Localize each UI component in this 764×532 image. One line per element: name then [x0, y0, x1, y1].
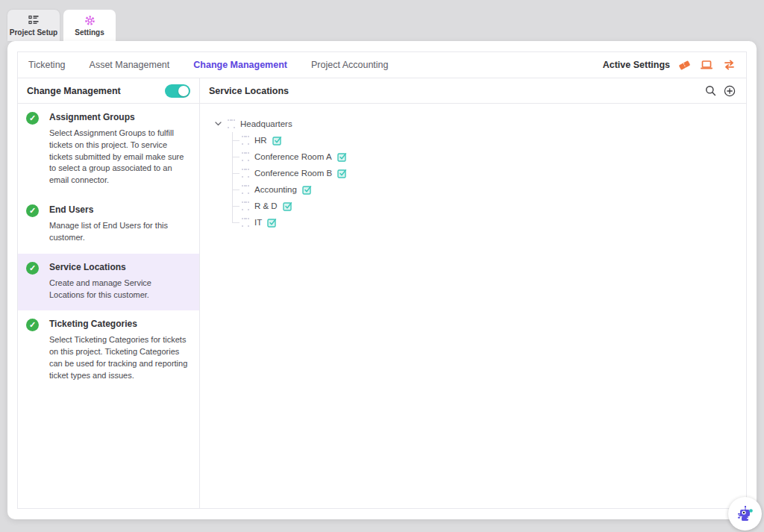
tree-node-it[interactable]: IT — [242, 214, 746, 231]
subtab-change-management[interactable]: Change Management — [193, 60, 287, 70]
tree-node-headquarters[interactable]: Headquarters — [213, 116, 746, 132]
right-panel-title: Service Locations — [209, 86, 289, 96]
add-circle-icon[interactable] — [722, 84, 737, 98]
settings-card: Ticketing Asset Management Change Manage… — [7, 41, 757, 519]
item-title: Service Locations — [49, 262, 189, 272]
chatbot-mascot-button[interactable] — [728, 497, 762, 531]
list-item-end-users[interactable]: ✓ End Users Manage list of End Users for… — [18, 196, 199, 254]
checked-box-icon[interactable] — [302, 185, 312, 195]
tree-node-hr[interactable]: HR — [242, 132, 746, 148]
check-circle-icon: ✓ — [26, 319, 39, 331]
drag-handle-icon[interactable] — [242, 152, 249, 161]
drag-handle-icon[interactable] — [242, 136, 249, 145]
item-description: Create and manage Service Locations for … — [49, 278, 189, 301]
drag-handle-icon[interactable] — [242, 201, 249, 210]
robot-icon — [735, 504, 756, 525]
item-title: End Users — [49, 204, 189, 215]
tab-project-setup[interactable]: Project Setup — [7, 10, 60, 41]
checked-box-icon[interactable] — [337, 169, 347, 178]
tree-node-label: HR — [254, 136, 267, 145]
tree-node-label: Conference Room A — [254, 152, 332, 161]
search-icon[interactable] — [703, 84, 718, 98]
tab-project-setup-label: Project Setup — [10, 28, 57, 37]
tree-node-label: Accounting — [254, 185, 297, 194]
item-title: Ticketing Categories — [49, 319, 189, 329]
gear-icon — [84, 14, 96, 26]
tree-node-r-and-d[interactable]: R & D — [242, 198, 746, 214]
drag-handle-icon[interactable] — [242, 169, 249, 178]
checked-box-icon[interactable] — [272, 136, 282, 145]
drag-handle-icon[interactable] — [242, 218, 249, 227]
list-item-assignment-groups[interactable]: ✓ Assignment Groups Select Assignment Gr… — [18, 104, 199, 196]
subtab-project-accounting[interactable]: Project Accounting — [311, 60, 389, 70]
tree-node-label: Conference Room B — [254, 169, 332, 178]
tree-node-accounting[interactable]: Accounting — [242, 181, 746, 198]
laptop-icon[interactable] — [700, 59, 713, 71]
list-item-service-locations[interactable]: ✓ Service Locations Create and manage Se… — [18, 254, 199, 311]
change-management-toggle[interactable] — [165, 84, 190, 98]
checked-box-icon[interactable] — [337, 152, 347, 162]
subtab-asset-management[interactable]: Asset Management — [90, 60, 170, 70]
left-panel-title: Change Management — [27, 86, 121, 96]
active-settings-label: Active Settings — [603, 60, 670, 70]
item-description: Select Ticketing Categories for tickets … — [49, 334, 189, 381]
tab-settings[interactable]: Settings — [63, 10, 116, 41]
checked-box-icon[interactable] — [267, 218, 277, 228]
ticket-icon[interactable] — [677, 59, 691, 71]
service-locations-tree: Headquarters HR — [200, 104, 746, 231]
drag-handle-icon[interactable] — [242, 185, 249, 194]
tree-node-conference-room-b[interactable]: Conference Room B — [242, 165, 746, 181]
subtab-ticketing[interactable]: Ticketing — [28, 60, 66, 70]
item-title: Assignment Groups — [49, 112, 189, 122]
settings-subtab-bar: Ticketing Asset Management Change Manage… — [18, 52, 746, 78]
chevron-down-icon[interactable] — [213, 119, 222, 128]
tree-node-label: R & D — [254, 201, 278, 210]
swap-icon[interactable] — [722, 59, 736, 71]
item-description: Select Assignment Groups to fulfill tick… — [49, 128, 189, 187]
tab-settings-label: Settings — [75, 28, 104, 37]
check-circle-icon: ✓ — [26, 262, 39, 275]
tree-node-label: IT — [254, 218, 262, 227]
tree-node-conference-room-a[interactable]: Conference Room A — [242, 148, 746, 165]
item-description: Manage list of End Users for this custom… — [49, 220, 189, 244]
settings-content: Ticketing Asset Management Change Manage… — [17, 51, 747, 509]
list-item-ticketing-categories[interactable]: ✓ Ticketing Categories Select Ticketing … — [18, 310, 199, 391]
tree-node-label: Headquarters — [240, 119, 292, 128]
change-management-panel: Change Management ✓ Assignment Groups Se… — [18, 78, 200, 508]
service-locations-panel: Service Locations — [200, 78, 746, 508]
check-circle-icon: ✓ — [26, 204, 39, 217]
check-circle-icon: ✓ — [26, 112, 39, 125]
checked-box-icon[interactable] — [283, 201, 292, 211]
tree-children: HR Conference Room A — [232, 132, 746, 231]
checklist-icon — [28, 14, 40, 26]
drag-handle-icon[interactable] — [228, 119, 235, 128]
